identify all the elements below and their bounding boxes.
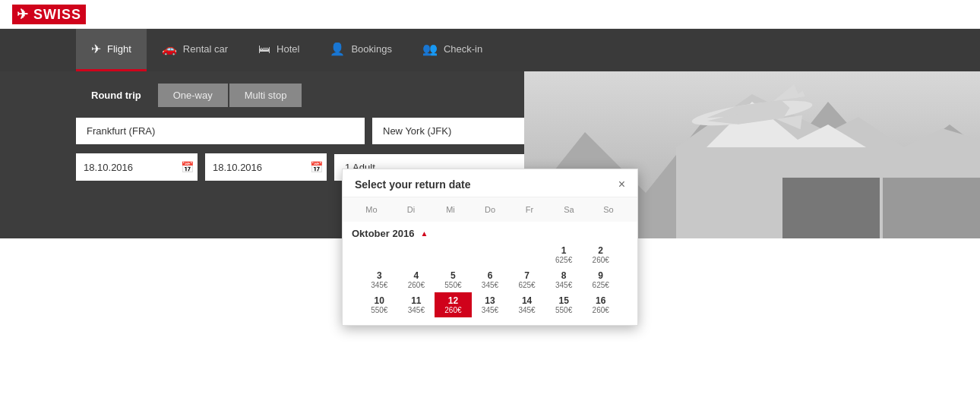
- cal-empty-1: [361, 242, 398, 267]
- cal-day-12[interactable]: 12 260€: [435, 292, 472, 317]
- checkin-icon: 👥: [422, 42, 438, 56]
- month-label: Oktober 2016 ▲: [352, 228, 628, 239]
- cal-empty-2: [398, 242, 435, 267]
- calendar-close-button[interactable]: ×: [618, 178, 625, 191]
- day-so: So: [589, 202, 628, 217]
- day-mo: Mo: [352, 202, 391, 217]
- origin-input[interactable]: [76, 118, 365, 144]
- flight-icon: ✈: [91, 42, 101, 56]
- day-mi: Mi: [431, 202, 470, 217]
- cal-day-2[interactable]: 2 260€: [582, 242, 619, 267]
- tab-bookings[interactable]: 👤 Bookings: [315, 29, 406, 71]
- calendar-day-names: Mo Di Mi Do Fr Sa So: [343, 197, 637, 222]
- logo: ✈ SWISS: [12, 5, 86, 24]
- cal-day-7[interactable]: 7 625€: [508, 267, 545, 292]
- person-icon: 👤: [330, 42, 345, 56]
- return-calendar-icon[interactable]: 📅: [304, 153, 329, 181]
- top-bar: ✈ SWISS: [0, 0, 980, 29]
- cal-empty-5: [508, 242, 545, 267]
- cal-empty-4: [472, 242, 509, 267]
- search-section: Round trip One-way Multi stop 📅 📅 Search…: [0, 71, 980, 238]
- calendar-popup: Select your return date × Mo Di Mi Do Fr…: [342, 169, 638, 326]
- bottom-thumbnails: [782, 178, 980, 238]
- departure-calendar-icon[interactable]: 📅: [175, 153, 200, 181]
- car-icon: 🚗: [162, 42, 177, 56]
- navigation-tabs: ✈ Flight 🚗 Rental car 🛏 Hotel 👤 Bookings…: [0, 29, 980, 71]
- multi-stop-button[interactable]: Multi stop: [229, 84, 302, 107]
- calendar-grid: 1 625€ 2 260€ 3 345€ 4 260€ 5: [352, 242, 628, 325]
- tab-rental[interactable]: 🚗 Rental car: [147, 29, 243, 71]
- cal-day-11[interactable]: 11 345€: [398, 292, 435, 317]
- cal-empty-3: [435, 242, 472, 267]
- calendar-title: Select your return date: [355, 178, 471, 191]
- cal-day-4[interactable]: 4 260€: [398, 267, 435, 292]
- cal-day-10[interactable]: 10 550€: [361, 292, 398, 317]
- cal-day-5[interactable]: 5 550€: [435, 267, 472, 292]
- logo-text: ✈ SWISS: [12, 5, 86, 24]
- tab-checkin-label: Check-in: [444, 43, 482, 55]
- return-date-field[interactable]: 📅: [205, 153, 327, 181]
- departure-date-field[interactable]: 📅: [76, 153, 198, 181]
- tab-hotel-label: Hotel: [277, 43, 299, 55]
- cal-day-16[interactable]: 16 260€: [582, 292, 619, 317]
- one-way-button[interactable]: One-way: [158, 84, 228, 107]
- cal-day-1[interactable]: 1 625€: [545, 242, 583, 267]
- cal-day-8[interactable]: 8 345€: [545, 267, 583, 292]
- thumb-1: [782, 178, 880, 238]
- cal-day-9[interactable]: 9 625€: [582, 267, 619, 292]
- cal-day-13[interactable]: 13 345€: [472, 292, 509, 317]
- bed-icon: 🛏: [258, 43, 270, 56]
- cal-day-14[interactable]: 14 345€: [508, 292, 545, 317]
- calendar-month: Oktober 2016 ▲ 1 625€ 2 260€: [343, 222, 637, 325]
- tab-hotel[interactable]: 🛏 Hotel: [243, 29, 315, 71]
- departure-date-input[interactable]: [76, 154, 175, 181]
- return-date-input[interactable]: [205, 154, 304, 181]
- day-fr: Fr: [510, 202, 549, 217]
- cal-day-15[interactable]: 15 550€: [545, 292, 583, 317]
- round-trip-button[interactable]: Round trip: [76, 84, 156, 107]
- day-di: Di: [391, 202, 431, 217]
- cal-day-3[interactable]: 3 345€: [361, 267, 398, 292]
- calendar-header: Select your return date ×: [343, 169, 637, 197]
- tab-flight[interactable]: ✈ Flight: [76, 29, 147, 71]
- day-sa: Sa: [549, 202, 589, 217]
- tab-checkin[interactable]: 👥 Check-in: [407, 29, 498, 71]
- tab-flight-label: Flight: [107, 43, 131, 55]
- cal-day-6[interactable]: 6 345€: [472, 267, 509, 292]
- tab-bookings-label: Bookings: [351, 43, 391, 55]
- month-up-arrow[interactable]: ▲: [420, 229, 428, 238]
- thumb-2: [883, 178, 980, 238]
- tab-rental-label: Rental car: [183, 43, 228, 55]
- day-do: Do: [470, 202, 510, 217]
